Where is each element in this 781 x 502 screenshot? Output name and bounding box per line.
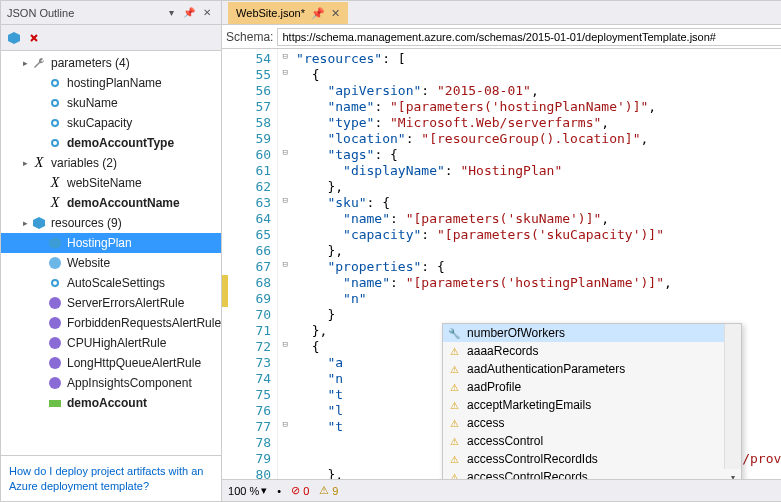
tab-label: WebSite.json* — [236, 7, 305, 19]
outline-toolbar — [1, 25, 221, 51]
resource-icon[interactable] — [5, 29, 23, 47]
help-link[interactable]: How do I deploy project artifacts with a… — [9, 465, 203, 491]
code-editor[interactable]: 5455565758596061626364656667686970717273… — [222, 49, 781, 479]
svg-rect-6 — [49, 400, 61, 407]
pin-icon[interactable]: 📌 — [181, 5, 197, 21]
tree-node-resource[interactable]: ForbiddenRequestsAlertRule — [1, 313, 221, 333]
svg-point-3 — [49, 337, 61, 349]
intellisense-item[interactable]: ⚠acceptMarketingEmails — [443, 396, 741, 414]
tree-node-param[interactable]: skuCapacity — [1, 113, 221, 133]
intellisense-item[interactable]: ⚠access — [443, 414, 741, 432]
tree-node-resource[interactable]: LongHttpQueueAlertRule — [1, 353, 221, 373]
warning-icon: ⚠ — [447, 380, 461, 394]
error-count[interactable]: ⊘0 — [291, 484, 309, 497]
warning-icon: ⚠ — [319, 484, 329, 497]
chevron-down-icon[interactable]: ▾ — [261, 484, 267, 497]
intellisense-scroll-down-icon[interactable]: ▾ — [724, 469, 741, 479]
tree-node-resource[interactable]: CPUHighAlertRule — [1, 333, 221, 353]
line-gutter: 5455565758596061626364656667686970717273… — [228, 49, 278, 479]
tree-node-resource[interactable]: AppInsightsComponent — [1, 373, 221, 393]
tree-node-param[interactable]: hostingPlanName — [1, 73, 221, 93]
tree-node-resource[interactable]: AutoScaleSettings — [1, 273, 221, 293]
warning-icon: ⚠ — [447, 434, 461, 448]
intellisense-item[interactable]: 🔧numberOfWorkers — [443, 324, 741, 342]
svg-point-2 — [49, 317, 61, 329]
schema-bar: Schema: ▾ — [222, 25, 781, 49]
zoom-control[interactable]: 100 % ▾ — [228, 484, 267, 497]
intellisense-scrollbar[interactable] — [724, 324, 741, 469]
json-outline-panel: JSON Outline ▾ 📌 ✕ ▸parameters (4) hosti… — [0, 0, 222, 502]
warning-icon: ⚠ — [447, 452, 461, 466]
variable-icon: X — [31, 155, 47, 171]
intellisense-item[interactable]: ⚠accessControlRecords — [443, 468, 741, 479]
intellisense-item[interactable]: ⚠aadAuthenticationParameters — [443, 360, 741, 378]
warning-icon: ⚠ — [447, 416, 461, 430]
outline-help: How do I deploy project artifacts with a… — [1, 455, 221, 501]
dropdown-icon[interactable]: ▾ — [163, 5, 179, 21]
warning-icon: ⚠ — [447, 344, 461, 358]
tree-node-resource[interactable]: ServerErrorsAlertRule — [1, 293, 221, 313]
outline-tree[interactable]: ▸parameters (4) hostingPlanName skuName … — [1, 51, 221, 455]
schema-label: Schema: — [226, 30, 273, 44]
warning-icon: ⚠ — [447, 362, 461, 376]
warning-count[interactable]: ⚠9 — [319, 484, 338, 497]
property-icon: 🔧 — [447, 326, 461, 340]
file-tab[interactable]: WebSite.json* 📌 ✕ — [228, 2, 348, 24]
svg-point-5 — [49, 377, 61, 389]
code-content[interactable]: "resources": [ { "apiVersion": "2015-08-… — [292, 49, 781, 479]
tab-close-icon[interactable]: ✕ — [331, 7, 340, 20]
tree-node-resource-hostingplan[interactable]: HostingPlan — [1, 233, 221, 253]
delete-icon[interactable] — [25, 29, 43, 47]
fold-gutter[interactable]: ⊟⊟⊟⊟⊟⊟⊟ — [278, 49, 292, 479]
close-icon[interactable]: ✕ — [199, 5, 215, 21]
tree-node-resources[interactable]: ▸resources (9) — [1, 213, 221, 233]
intellisense-item[interactable]: ⚠accessControlRecordIds — [443, 450, 741, 468]
intellisense-popup[interactable]: 🔧numberOfWorkers ⚠aaaaRecords ⚠aadAuthen… — [442, 323, 742, 479]
svg-point-1 — [49, 297, 61, 309]
tree-node-variables[interactable]: ▸Xvariables (2) — [1, 153, 221, 173]
tree-node-param[interactable]: demoAccountType — [1, 133, 221, 153]
variable-icon: X — [47, 175, 63, 191]
outline-title: JSON Outline — [7, 7, 161, 19]
tree-node-var[interactable]: XdemoAccountName — [1, 193, 221, 213]
outline-header: JSON Outline ▾ 📌 ✕ — [1, 1, 221, 25]
warning-icon: ⚠ — [447, 470, 461, 479]
tree-node-var[interactable]: XwebSiteName — [1, 173, 221, 193]
divider: • — [277, 485, 281, 497]
tree-node-resource[interactable]: Website — [1, 253, 221, 273]
schema-input[interactable] — [277, 28, 781, 46]
tree-node-param[interactable]: skuName — [1, 93, 221, 113]
svg-point-0 — [49, 257, 61, 269]
editor-area: WebSite.json* 📌 ✕ Schema: ▾ 545556575859… — [222, 0, 781, 502]
tree-node-parameters[interactable]: ▸parameters (4) — [1, 53, 221, 73]
warning-icon: ⚠ — [447, 398, 461, 412]
intellisense-item[interactable]: ⚠aadProfile — [443, 378, 741, 396]
intellisense-item[interactable]: ⚠accessControl — [443, 432, 741, 450]
error-icon: ⊘ — [291, 484, 300, 497]
tab-pin-icon[interactable]: 📌 — [311, 7, 325, 20]
intellisense-item[interactable]: ⚠aaaaRecords — [443, 342, 741, 360]
svg-point-4 — [49, 357, 61, 369]
variable-icon: X — [47, 195, 63, 211]
tree-node-resource[interactable]: demoAccount — [1, 393, 221, 413]
tab-bar: WebSite.json* 📌 ✕ — [222, 1, 781, 25]
status-bar: 100 % ▾ • ⊘0 ⚠9 — [222, 479, 781, 501]
